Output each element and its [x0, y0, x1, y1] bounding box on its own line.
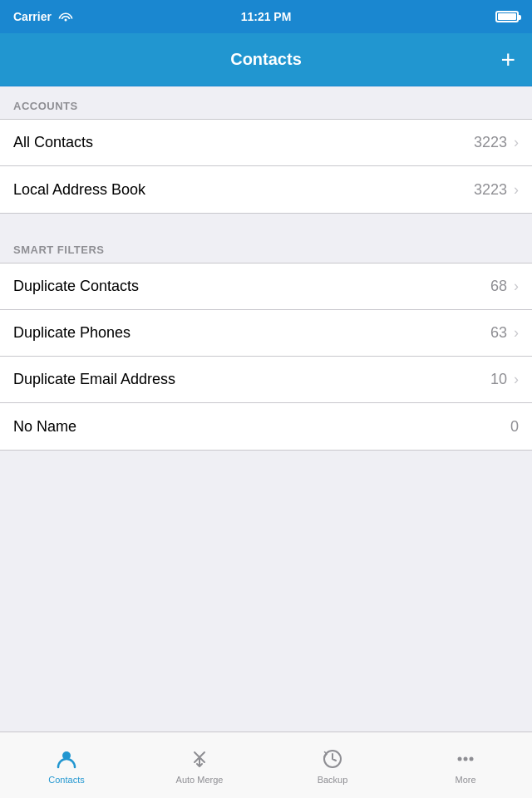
duplicate-email-count: 10 — [490, 371, 507, 388]
local-address-book-label: Local Address Book — [13, 181, 145, 199]
duplicate-email-right: 10 › — [490, 371, 519, 388]
duplicate-phones-count: 63 — [490, 324, 507, 342]
duplicate-phones-label: Duplicate Phones — [13, 324, 131, 342]
contacts-tab-label: Contacts — [48, 775, 84, 785]
status-bar-left: Carrier — [13, 10, 73, 24]
duplicate-contacts-right: 68 › — [490, 278, 519, 295]
all-contacts-item[interactable]: All Contacts 3223 › — [0, 120, 532, 166]
duplicate-phones-chevron: › — [514, 324, 519, 342]
all-contacts-right: 3223 › — [474, 134, 519, 151]
smart-filters-section: SMART FILTERS Duplicate Contacts 68 › Du… — [0, 230, 532, 451]
duplicate-contacts-count: 68 — [490, 278, 507, 295]
duplicate-email-label: Duplicate Email Address — [13, 371, 175, 388]
nav-bar: Contacts + — [0, 33, 532, 86]
section-spacer — [0, 214, 532, 230]
local-address-book-chevron: › — [514, 181, 519, 199]
no-name-item[interactable]: No Name 0 — [0, 403, 532, 450]
smart-filters-list: Duplicate Contacts 68 › Duplicate Phones… — [0, 263, 532, 451]
add-contact-button[interactable]: + — [500, 47, 515, 72]
all-contacts-label: All Contacts — [13, 134, 93, 151]
duplicate-email-item[interactable]: Duplicate Email Address 10 › — [0, 357, 532, 403]
all-contacts-count: 3223 — [474, 134, 507, 151]
duplicate-phones-right: 63 › — [490, 324, 519, 342]
duplicate-email-chevron: › — [514, 371, 519, 388]
battery-icon — [495, 11, 519, 22]
svg-point-3 — [458, 756, 462, 761]
duplicate-contacts-label: Duplicate Contacts — [13, 278, 139, 295]
accounts-list: All Contacts 3223 › Local Address Book 3… — [0, 119, 532, 214]
svg-point-5 — [470, 756, 474, 761]
tab-contacts[interactable]: Contacts — [0, 732, 133, 798]
tab-more[interactable]: More — [399, 732, 532, 798]
auto-merge-icon — [187, 746, 212, 771]
duplicate-contacts-chevron: › — [514, 278, 519, 295]
duplicate-phones-item[interactable]: Duplicate Phones 63 › — [0, 310, 532, 357]
tab-auto-merge[interactable]: Auto Merge — [133, 732, 266, 798]
wifi-icon — [58, 10, 73, 24]
accounts-section-header: ACCOUNTS — [0, 86, 532, 119]
tab-backup[interactable]: Backup — [266, 732, 399, 798]
content-area: ACCOUNTS All Contacts 3223 › Local Addre… — [0, 86, 532, 732]
tab-bar: Contacts Auto Merge Backup — [0, 732, 532, 798]
status-bar-time: 11:21 PM — [241, 10, 292, 23]
more-tab-label: More — [455, 775, 475, 785]
no-name-label: No Name — [13, 418, 76, 436]
status-bar-right — [495, 11, 519, 22]
duplicate-contacts-item[interactable]: Duplicate Contacts 68 › — [0, 264, 532, 310]
all-contacts-chevron: › — [514, 134, 519, 151]
auto-merge-tab-label: Auto Merge — [176, 775, 224, 785]
backup-icon — [320, 746, 345, 771]
backup-tab-label: Backup — [318, 775, 348, 785]
local-address-book-count: 3223 — [474, 181, 507, 199]
no-name-right: 0 — [510, 418, 519, 436]
accounts-section: ACCOUNTS All Contacts 3223 › Local Addre… — [0, 86, 532, 214]
local-address-book-right: 3223 › — [474, 181, 519, 199]
more-icon — [453, 746, 478, 771]
status-bar: Carrier 11:21 PM — [0, 0, 532, 33]
nav-title: Contacts — [230, 50, 302, 69]
carrier-label: Carrier — [13, 10, 52, 23]
local-address-book-item[interactable]: Local Address Book 3223 › — [0, 166, 532, 213]
no-name-count: 0 — [510, 418, 519, 436]
svg-point-4 — [464, 756, 468, 761]
contacts-icon — [54, 746, 79, 771]
smart-filters-section-header: SMART FILTERS — [0, 230, 532, 263]
